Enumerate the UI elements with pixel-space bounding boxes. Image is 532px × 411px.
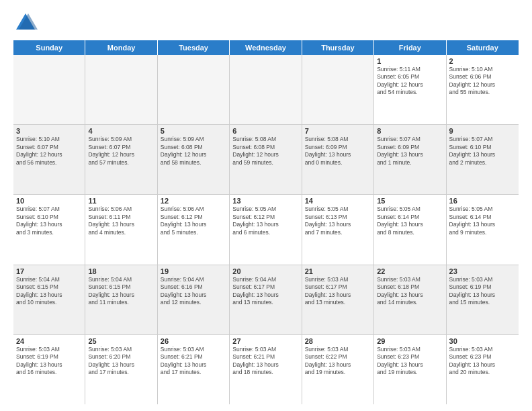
day-number: 23: [449, 267, 516, 275]
day-cell-24: 24Sunrise: 5:03 AM Sunset: 6:19 PM Dayli…: [13, 335, 85, 404]
day-number: 1: [377, 57, 443, 65]
day-info: Sunrise: 5:06 AM Sunset: 6:12 PM Dayligh…: [161, 205, 226, 236]
day-number: 18: [88, 267, 154, 275]
day-cell-2: 2Sunrise: 5:10 AM Sunset: 6:06 PM Daylig…: [447, 55, 519, 124]
day-number: 9: [449, 127, 516, 135]
day-cell-29: 29Sunrise: 5:03 AM Sunset: 6:23 PM Dayli…: [374, 335, 446, 404]
day-info: Sunrise: 5:04 AM Sunset: 6:17 PM Dayligh…: [232, 276, 298, 307]
empty-cell: [85, 55, 157, 124]
day-cell-27: 27Sunrise: 5:03 AM Sunset: 6:21 PM Dayli…: [230, 335, 302, 404]
calendar-header: SundayMondayTuesdayWednesdayThursdayFrid…: [13, 40, 519, 55]
header-day-tuesday: Tuesday: [158, 40, 230, 55]
day-number: 20: [232, 267, 298, 275]
day-number: 10: [16, 197, 82, 205]
day-info: Sunrise: 5:09 AM Sunset: 6:07 PM Dayligh…: [88, 136, 154, 167]
day-cell-19: 19Sunrise: 5:04 AM Sunset: 6:16 PM Dayli…: [158, 265, 230, 334]
day-number: 27: [232, 337, 298, 345]
day-number: 5: [161, 127, 226, 135]
calendar-row-5: 24Sunrise: 5:03 AM Sunset: 6:19 PM Dayli…: [13, 335, 519, 404]
day-cell-1: 1Sunrise: 5:11 AM Sunset: 6:05 PM Daylig…: [374, 55, 446, 124]
day-cell-9: 9Sunrise: 5:07 AM Sunset: 6:10 PM Daylig…: [447, 125, 519, 194]
day-cell-16: 16Sunrise: 5:05 AM Sunset: 6:14 PM Dayli…: [447, 195, 519, 264]
day-info: Sunrise: 5:03 AM Sunset: 6:23 PM Dayligh…: [449, 346, 516, 377]
empty-cell: [230, 55, 302, 124]
day-info: Sunrise: 5:08 AM Sunset: 6:09 PM Dayligh…: [305, 136, 371, 167]
day-cell-15: 15Sunrise: 5:05 AM Sunset: 6:14 PM Dayli…: [374, 195, 446, 264]
day-number: 19: [161, 267, 226, 275]
day-cell-17: 17Sunrise: 5:04 AM Sunset: 6:15 PM Dayli…: [13, 265, 85, 334]
day-number: 22: [377, 267, 443, 275]
empty-cell: [158, 55, 230, 124]
empty-cell: [13, 55, 85, 124]
day-number: 28: [305, 337, 371, 345]
day-info: Sunrise: 5:05 AM Sunset: 6:12 PM Dayligh…: [232, 205, 298, 236]
day-number: 4: [88, 127, 154, 135]
day-cell-23: 23Sunrise: 5:03 AM Sunset: 6:19 PM Dayli…: [447, 265, 519, 334]
day-info: Sunrise: 5:10 AM Sunset: 6:06 PM Dayligh…: [449, 66, 516, 97]
day-cell-13: 13Sunrise: 5:05 AM Sunset: 6:12 PM Dayli…: [230, 195, 302, 264]
day-info: Sunrise: 5:03 AM Sunset: 6:23 PM Dayligh…: [377, 346, 443, 377]
day-cell-10: 10Sunrise: 5:07 AM Sunset: 6:10 PM Dayli…: [13, 195, 85, 264]
day-number: 25: [88, 337, 154, 345]
day-number: 24: [16, 337, 82, 345]
day-cell-14: 14Sunrise: 5:05 AM Sunset: 6:13 PM Dayli…: [302, 195, 374, 264]
day-info: Sunrise: 5:05 AM Sunset: 6:14 PM Dayligh…: [377, 205, 443, 236]
day-number: 26: [161, 337, 226, 345]
day-number: 17: [16, 267, 82, 275]
day-info: Sunrise: 5:07 AM Sunset: 6:10 PM Dayligh…: [449, 136, 516, 167]
day-info: Sunrise: 5:04 AM Sunset: 6:15 PM Dayligh…: [16, 276, 82, 307]
day-cell-7: 7Sunrise: 5:08 AM Sunset: 6:09 PM Daylig…: [302, 125, 374, 194]
day-cell-11: 11Sunrise: 5:06 AM Sunset: 6:11 PM Dayli…: [85, 195, 157, 264]
day-number: 15: [377, 197, 443, 205]
day-number: 12: [161, 197, 226, 205]
day-info: Sunrise: 5:05 AM Sunset: 6:14 PM Dayligh…: [449, 205, 516, 236]
day-info: Sunrise: 5:06 AM Sunset: 6:11 PM Dayligh…: [88, 205, 154, 236]
day-number: 3: [16, 127, 82, 135]
calendar-row-4: 17Sunrise: 5:04 AM Sunset: 6:15 PM Dayli…: [13, 265, 519, 335]
empty-cell: [302, 55, 374, 124]
day-cell-21: 21Sunrise: 5:03 AM Sunset: 6:17 PM Dayli…: [302, 265, 374, 334]
day-info: Sunrise: 5:10 AM Sunset: 6:07 PM Dayligh…: [16, 136, 82, 167]
day-info: Sunrise: 5:09 AM Sunset: 6:08 PM Dayligh…: [161, 136, 226, 167]
logo-icon: [13, 11, 38, 35]
calendar: SundayMondayTuesdayWednesdayThursdayFrid…: [13, 40, 519, 404]
day-cell-18: 18Sunrise: 5:04 AM Sunset: 6:15 PM Dayli…: [85, 265, 157, 334]
day-number: 14: [305, 197, 371, 205]
day-number: 30: [449, 337, 516, 345]
day-info: Sunrise: 5:03 AM Sunset: 6:21 PM Dayligh…: [232, 346, 298, 377]
day-cell-6: 6Sunrise: 5:08 AM Sunset: 6:08 PM Daylig…: [230, 125, 302, 194]
day-number: 7: [305, 127, 371, 135]
day-info: Sunrise: 5:08 AM Sunset: 6:08 PM Dayligh…: [232, 136, 298, 167]
day-number: 11: [88, 197, 154, 205]
logo: [13, 11, 40, 35]
day-cell-22: 22Sunrise: 5:03 AM Sunset: 6:18 PM Dayli…: [374, 265, 446, 334]
calendar-row-3: 10Sunrise: 5:07 AM Sunset: 6:10 PM Dayli…: [13, 195, 519, 265]
header-day-sunday: Sunday: [13, 40, 85, 55]
day-cell-12: 12Sunrise: 5:06 AM Sunset: 6:12 PM Dayli…: [158, 195, 230, 264]
day-info: Sunrise: 5:03 AM Sunset: 6:20 PM Dayligh…: [88, 346, 154, 377]
calendar-row-2: 3Sunrise: 5:10 AM Sunset: 6:07 PM Daylig…: [13, 125, 519, 195]
calendar-row-1: 1Sunrise: 5:11 AM Sunset: 6:05 PM Daylig…: [13, 55, 519, 125]
day-cell-28: 28Sunrise: 5:03 AM Sunset: 6:22 PM Dayli…: [302, 335, 374, 404]
day-info: Sunrise: 5:03 AM Sunset: 6:18 PM Dayligh…: [377, 276, 443, 307]
day-info: Sunrise: 5:03 AM Sunset: 6:19 PM Dayligh…: [449, 276, 516, 307]
header: [13, 11, 519, 35]
day-number: 21: [305, 267, 371, 275]
day-info: Sunrise: 5:03 AM Sunset: 6:21 PM Dayligh…: [161, 346, 226, 377]
header-day-friday: Friday: [374, 40, 446, 55]
day-cell-8: 8Sunrise: 5:07 AM Sunset: 6:09 PM Daylig…: [374, 125, 446, 194]
day-number: 16: [449, 197, 516, 205]
day-cell-5: 5Sunrise: 5:09 AM Sunset: 6:08 PM Daylig…: [158, 125, 230, 194]
day-cell-30: 30Sunrise: 5:03 AM Sunset: 6:23 PM Dayli…: [447, 335, 519, 404]
day-number: 2: [449, 57, 516, 65]
page: SundayMondayTuesdayWednesdayThursdayFrid…: [0, 0, 532, 411]
day-info: Sunrise: 5:07 AM Sunset: 6:10 PM Dayligh…: [16, 205, 82, 236]
day-info: Sunrise: 5:03 AM Sunset: 6:22 PM Dayligh…: [305, 346, 371, 377]
day-cell-20: 20Sunrise: 5:04 AM Sunset: 6:17 PM Dayli…: [230, 265, 302, 334]
day-cell-26: 26Sunrise: 5:03 AM Sunset: 6:21 PM Dayli…: [158, 335, 230, 404]
header-day-wednesday: Wednesday: [230, 40, 302, 55]
day-number: 29: [377, 337, 443, 345]
day-info: Sunrise: 5:03 AM Sunset: 6:17 PM Dayligh…: [305, 276, 371, 307]
day-number: 13: [232, 197, 298, 205]
day-info: Sunrise: 5:03 AM Sunset: 6:19 PM Dayligh…: [16, 346, 82, 377]
